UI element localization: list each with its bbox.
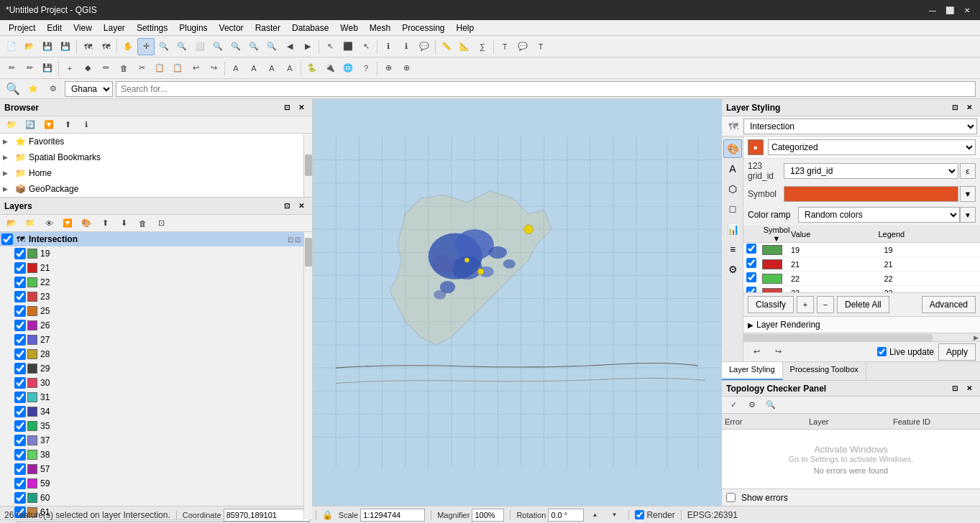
layer-item-37[interactable]: 37 (0, 433, 303, 448)
text-btn[interactable]: T (532, 38, 549, 55)
georef-btn[interactable]: ⊕ (380, 60, 397, 77)
epsg-status[interactable]: EPSG:26391 (687, 510, 738, 520)
save-edit-btn[interactable]: 💾 (39, 60, 56, 77)
sym-legend-col[interactable]: Legend (879, 230, 966, 239)
ls-value-expr-btn[interactable]: ε (960, 163, 976, 179)
layer-37-checkbox[interactable] (14, 435, 26, 446)
redo-btn[interactable]: ↪ (205, 60, 222, 77)
layer-item-25[interactable]: 25 (0, 304, 303, 318)
layer-item-30[interactable]: 30 (0, 376, 303, 390)
browser-refresh-btn[interactable]: 🔄 (22, 116, 39, 134)
coordinate-input[interactable] (224, 509, 310, 522)
locate-settings-btn[interactable]: ⚙ (45, 80, 62, 98)
delete-all-btn[interactable]: Delete All (837, 296, 889, 313)
intersection-checkbox[interactable] (1, 233, 13, 245)
layer-filter2-btn[interactable]: ⊡ (152, 215, 170, 232)
layer-19-checkbox[interactable] (14, 248, 26, 259)
ls-label-btn[interactable]: A (723, 159, 742, 178)
layer-57-checkbox[interactable] (14, 463, 26, 475)
sym-22-checkbox[interactable] (746, 272, 756, 282)
paste-feat-btn[interactable]: 📋 (169, 60, 186, 77)
map-area[interactable] (313, 99, 721, 506)
layer-item-31[interactable]: 31 (0, 390, 303, 404)
sym-21-checkbox[interactable] (746, 258, 756, 268)
browser-add-btn[interactable]: 📁 (3, 116, 20, 134)
zoom-out-btn[interactable]: 🔍 (173, 38, 191, 55)
menu-settings[interactable]: Settings (131, 22, 173, 34)
map-tips-btn[interactable]: 💬 (416, 38, 433, 55)
digitize-btn[interactable]: ✏ (3, 60, 20, 77)
ls-redo-btn[interactable]: ↪ (769, 343, 787, 361)
layer-28-checkbox[interactable] (14, 348, 26, 360)
topo-close-btn[interactable]: ✕ (963, 382, 976, 395)
layer-item-21[interactable]: 21 (0, 261, 303, 275)
ls-colorramp-select[interactable]: Random colors (798, 207, 960, 223)
ls-color-btn[interactable]: 🎨 (723, 139, 742, 158)
topo-float-btn[interactable]: ⊡ (948, 382, 961, 395)
layer-filter-btn[interactable]: 🔽 (59, 215, 76, 232)
layer-item-59[interactable]: 59 (0, 476, 303, 491)
locate-btn[interactable]: 🔍 (4, 80, 22, 98)
delete-sel-btn[interactable]: 🗑 (115, 60, 132, 77)
layer-59-checkbox[interactable] (14, 478, 26, 489)
zoom-rubber-btn[interactable]: ⬜ (191, 38, 209, 55)
minimize-btn[interactable]: — (925, 3, 940, 17)
layer-31-checkbox[interactable] (14, 392, 26, 403)
browser-float-btn[interactable]: ⊡ (280, 101, 293, 114)
tree-home[interactable]: ▶ 📁 Home (0, 165, 303, 181)
browser-close-btn[interactable]: ✕ (295, 101, 308, 114)
zoom-full-btn[interactable]: 🔍 (227, 38, 244, 55)
cut-feat-btn[interactable]: ✂ (133, 60, 150, 77)
label-btn[interactable]: T (496, 38, 513, 55)
layer-expand-btn[interactable]: ⬆ (96, 215, 114, 232)
ls-rendering-btn[interactable]: ⚙ (723, 260, 742, 279)
sym-row-21[interactable]: 21 21 (743, 257, 980, 272)
locate2-btn[interactable]: ⭐ (24, 80, 42, 98)
layer-item-26[interactable]: 26 (0, 318, 303, 333)
measure-btn[interactable]: 📏 (438, 38, 455, 55)
menu-processing[interactable]: Processing (396, 22, 450, 34)
pin-labels-btn[interactable]: A (281, 60, 298, 77)
show-errors-checkbox[interactable] (726, 493, 736, 502)
statistical-btn[interactable]: ∑ (474, 38, 491, 55)
search-input[interactable] (116, 81, 976, 97)
menu-view[interactable]: View (68, 22, 98, 34)
layer-group-btn[interactable]: 📁 (22, 215, 39, 232)
browser-collapse-btn[interactable]: ⬆ (59, 116, 76, 134)
menu-mesh[interactable]: Mesh (364, 22, 396, 34)
layer-60-checkbox[interactable] (14, 492, 26, 504)
sym-23-checkbox[interactable] (746, 287, 756, 292)
ls-mask-btn[interactable]: ⬡ (723, 180, 742, 198)
layer-34-checkbox[interactable] (14, 406, 26, 417)
layers-close-btn[interactable]: ✕ (295, 200, 308, 213)
ls-close-btn[interactable]: ✕ (963, 101, 976, 114)
help2-btn[interactable]: ? (357, 60, 375, 77)
select-rect-btn[interactable]: ⬛ (339, 38, 357, 55)
save-btn[interactable]: 💾 (39, 38, 56, 55)
ls-del-class-btn[interactable]: − (817, 296, 834, 313)
layer-38-checkbox[interactable] (14, 449, 26, 460)
ls-h-scrollbar[interactable]: ▶ (743, 333, 980, 341)
ls-diagram-btn[interactable]: 📊 (723, 220, 742, 239)
layers-float-btn[interactable]: ⊡ (280, 200, 293, 213)
tab-layer-styling[interactable]: Layer Styling (722, 362, 783, 380)
menu-plugins[interactable]: Plugins (173, 22, 213, 34)
menu-database[interactable]: Database (286, 22, 334, 34)
layer-collapse-btn[interactable]: ⬇ (115, 215, 132, 232)
layer-23-checkbox[interactable] (14, 291, 26, 302)
label-tool-btn[interactable]: A (227, 60, 244, 77)
zoom-select-btn[interactable]: 🔍 (263, 38, 280, 55)
sym-19-checkbox[interactable] (746, 244, 756, 254)
diagram-btn[interactable]: A (245, 60, 262, 77)
menu-vector[interactable]: Vector (214, 22, 249, 34)
layer-visible-btn[interactable]: 👁 (40, 215, 58, 232)
live-update-checkbox[interactable] (877, 347, 887, 356)
browser-scrollbar[interactable] (303, 134, 312, 197)
save-as-btn[interactable]: 💾 (57, 38, 74, 55)
layer-30-checkbox[interactable] (14, 377, 26, 389)
identify2-btn[interactable]: ℹ (398, 38, 415, 55)
classify-btn[interactable]: Classify (748, 296, 794, 313)
location-select[interactable]: Ghana (65, 81, 113, 97)
pan-map-btn[interactable]: ✛ (137, 38, 155, 55)
layer-22-checkbox[interactable] (14, 277, 26, 288)
